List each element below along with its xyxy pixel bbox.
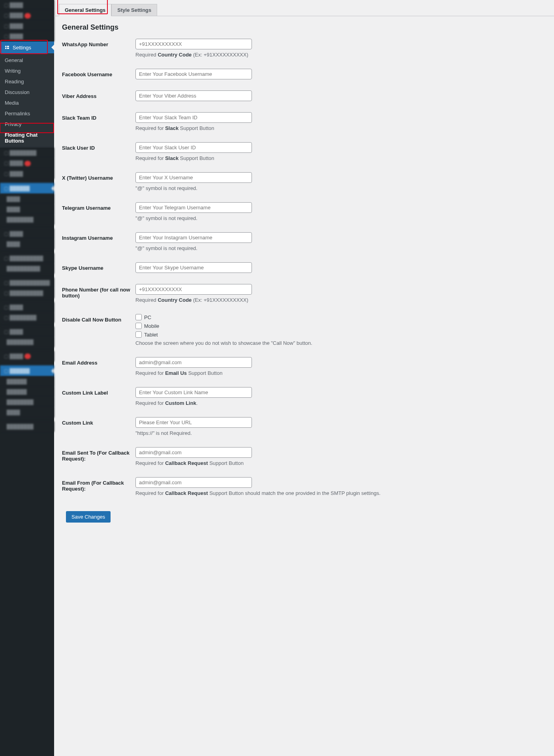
sidebar-item-blurred: ▢ ████ — [0, 302, 54, 312]
checkbox-tablet[interactable] — [135, 331, 142, 338]
main-content: General Settings Style Settings General … — [54, 0, 554, 756]
sidebar-sub-writing[interactable]: Writing — [0, 66, 54, 76]
twitter-input[interactable] — [135, 172, 252, 183]
label-disable-call: Disable Call Now Button — [62, 314, 135, 323]
desc-slack-team: Required for Slack Support Button — [135, 125, 388, 131]
sidebar-item-blurred: ▢ ████ — [0, 31, 54, 41]
desc-custom-link-label: Required for Custom Link. — [135, 400, 388, 406]
email-sent-to-input[interactable] — [135, 447, 252, 458]
sidebar-item-blurred: ▢ ████ — [0, 10, 54, 21]
sidebar-item-blurred: ████████ — [0, 214, 54, 225]
sidebar-sub-permalinks[interactable]: Permalinks — [0, 108, 54, 119]
label-facebook: Facebook Username — [62, 69, 135, 77]
label-twitter: X (Twitter) Username — [62, 172, 135, 181]
sidebar-item-blurred: ██████ — [0, 387, 54, 397]
label-custom-link-label: Custom Link Label — [62, 387, 135, 396]
label-email-sent-to: Email Sent To (For Callback Request): — [62, 447, 135, 462]
slack-user-input[interactable] — [135, 142, 252, 153]
sidebar-item-blurred: ▢ ████ — [0, 158, 54, 169]
label-whatsapp: WhatsApp Number — [62, 39, 135, 47]
sidebar-item-blurred-active: ▢ ██████ — [0, 365, 54, 376]
sidebar-item-blurred: ▢ ████ — [0, 351, 54, 362]
sidebar-item-blurred: ██████████ — [0, 263, 54, 274]
email-from-input[interactable] — [135, 477, 252, 488]
checkbox-label-mobile: Mobile — [144, 323, 159, 329]
sidebar-item-label: Settings — [13, 45, 31, 51]
label-email: Email Address — [62, 357, 135, 366]
sidebar-item-blurred: ████████ — [0, 421, 54, 432]
desc-whatsapp: Required Country Code (Ex: +91XXXXXXXXXX… — [135, 52, 388, 58]
sidebar-item-blurred: ▢ ████████████ — [0, 278, 54, 288]
phone-input[interactable] — [135, 284, 252, 295]
skype-input[interactable] — [135, 262, 252, 273]
sidebar-item-blurred: ▢ ████████ — [0, 312, 54, 323]
telegram-input[interactable] — [135, 202, 252, 213]
sidebar-item-settings[interactable]: Settings — [0, 41, 54, 53]
viber-input[interactable] — [135, 90, 252, 101]
sidebar-item-blurred-active: ▢ ██████ — [0, 183, 54, 194]
email-input[interactable] — [135, 357, 252, 368]
sidebar-sub-floating-chat[interactable]: Floating Chat Buttons — [0, 130, 54, 146]
desc-email-from: Required for Callback Request Support Bu… — [135, 490, 388, 496]
label-slack-user: Slack User ID — [62, 142, 135, 151]
sidebar-sub-privacy[interactable]: Privacy — [0, 119, 54, 130]
sidebar-sub-reading[interactable]: Reading — [0, 76, 54, 87]
sidebar-item-blurred: ████ — [0, 204, 54, 214]
sidebar-item-blurred: ████ — [0, 407, 54, 417]
sidebar-item-blurred: ████ — [0, 194, 54, 204]
admin-sidebar: ▢ ████ ▢ ████ ▢ ████ ▢ ████ Settings Gen… — [0, 0, 54, 756]
tab-style-settings[interactable]: Style Settings — [111, 4, 157, 16]
sidebar-sub-discussion[interactable]: Discussion — [0, 87, 54, 98]
checkbox-label-tablet: Tablet — [144, 332, 158, 338]
sidebar-item-blurred: ▢ ████████ — [0, 148, 54, 158]
desc-disable-call: Choose the screen where you do not wish … — [135, 340, 388, 346]
checkbox-pc[interactable] — [135, 314, 142, 320]
custom-link-label-input[interactable] — [135, 387, 252, 398]
desc-twitter: "@" symbol is not required. — [135, 185, 388, 191]
save-changes-button[interactable]: Save Changes — [66, 511, 111, 523]
checkbox-label-pc: PC — [144, 314, 151, 320]
sidebar-item-blurred: ▢ ████ — [0, 327, 54, 337]
label-skype: Skype Username — [62, 262, 135, 271]
label-instagram: Instagram Username — [62, 232, 135, 241]
desc-instagram: "@" symbol is not required. — [135, 245, 388, 251]
sidebar-item-blurred: ▢ ████ — [0, 169, 54, 179]
page-title: General Settings — [62, 23, 546, 32]
desc-custom-link: "https://" is not Required. — [135, 430, 388, 436]
tab-bar: General Settings Style Settings — [54, 0, 554, 16]
sidebar-item-blurred: ▢ ████ — [0, 0, 54, 10]
sidebar-submenu: General Writing Reading Discussion Media… — [0, 53, 54, 148]
whatsapp-input[interactable] — [135, 39, 252, 49]
facebook-input[interactable] — [135, 69, 252, 79]
checkbox-mobile[interactable] — [135, 323, 142, 329]
desc-email: Required for Email Us Support Button — [135, 370, 388, 376]
desc-slack-user: Required for Slack Support Button — [135, 155, 388, 161]
sidebar-item-blurred: ▢ ████ — [0, 21, 54, 31]
label-telegram: Telegram Username — [62, 202, 135, 211]
label-email-from: Email From (For Callback Request): — [62, 477, 135, 492]
slack-team-input[interactable] — [135, 112, 252, 123]
sidebar-item-blurred: ██████ — [0, 376, 54, 387]
desc-email-sent-to: Required for Callback Request Support Bu… — [135, 460, 388, 466]
label-viber: Viber Address — [62, 90, 135, 99]
sidebar-sub-media[interactable]: Media — [0, 98, 54, 108]
sidebar-item-blurred: ▢ ████ — [0, 229, 54, 239]
desc-telegram: "@" symbol is not required. — [135, 215, 388, 221]
sidebar-item-blurred: ████████ — [0, 337, 54, 347]
sidebar-item-blurred: ▢ ██████████ — [0, 288, 54, 298]
label-custom-link: Custom Link — [62, 417, 135, 426]
label-phone: Phone Number (for call now button) — [62, 284, 135, 299]
desc-phone: Required Country Code (Ex: +91XXXXXXXXXX… — [135, 297, 388, 303]
settings-icon — [4, 44, 10, 51]
sidebar-item-blurred: ████ — [0, 239, 54, 249]
custom-link-input[interactable] — [135, 417, 252, 428]
tab-general-settings[interactable]: General Settings — [59, 4, 111, 16]
label-slack-team: Slack Team ID — [62, 112, 135, 121]
sidebar-sub-general[interactable]: General — [0, 55, 54, 66]
sidebar-item-blurred: ████████ — [0, 397, 54, 407]
sidebar-item-blurred: ▢ ██████████ — [0, 253, 54, 263]
instagram-input[interactable] — [135, 232, 252, 243]
